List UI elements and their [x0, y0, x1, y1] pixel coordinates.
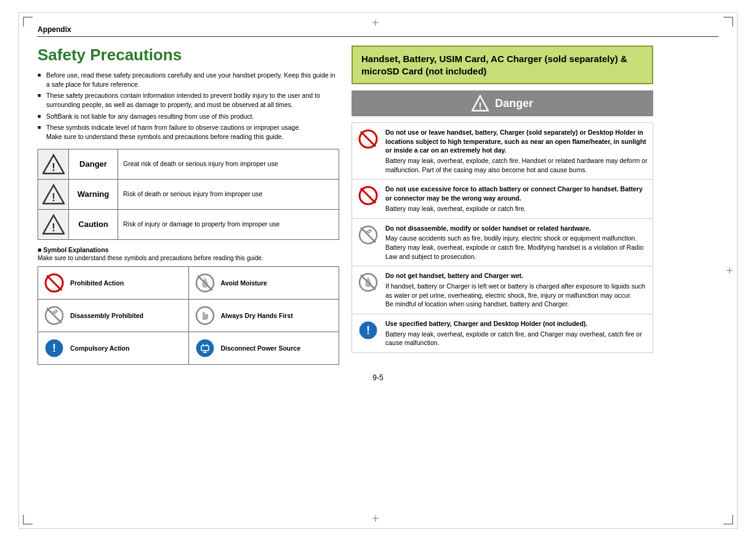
danger-item-1-text: Do not use or leave handset, battery, Ch…	[385, 128, 648, 174]
moisture-icon	[194, 272, 216, 294]
bottom-center-mark	[372, 512, 384, 525]
right-header-box: Handset, Battery, USIM Card, AC Charger …	[352, 46, 653, 84]
symbol-row-2: Disassembly Prohibited Always Dry Hands …	[38, 300, 339, 332]
symbol-header: ■ Symbol Explanations	[38, 246, 339, 253]
svg-text:!: !	[52, 161, 55, 173]
danger-item-2-icon	[357, 185, 379, 207]
dryhands-label: Always Dry Hands First	[221, 312, 293, 319]
danger-item-2: Do not use excessive force to attach bat…	[352, 180, 653, 218]
caution-label: Caution	[69, 210, 118, 239]
svg-text:!: !	[366, 324, 370, 336]
left-column: Safety Precautions Before use, read thes…	[38, 46, 339, 365]
bullet-item: Before use, read these safety precaution…	[38, 71, 339, 89]
svg-line-24	[361, 132, 376, 146]
danger-item-5: ! Use specified battery, Charger and Des…	[352, 314, 653, 352]
symbol-row-3: ! Compulsory Action	[38, 332, 339, 364]
danger-icon-cell: !	[38, 149, 69, 179]
danger-item-4-text: Do not get handset, battery and Charger …	[385, 271, 648, 309]
svg-point-15	[196, 340, 214, 357]
warning-triangle-icon: !	[42, 183, 65, 205]
symbol-prohibited: Prohibited Action	[38, 267, 189, 299]
right-column: Handset, Battery, USIM Card, AC Charger …	[352, 46, 653, 365]
svg-text:!: !	[478, 100, 481, 111]
danger-desc: Great risk of death or serious injury fr…	[118, 149, 339, 179]
corner-mark-bl	[23, 515, 33, 525]
corner-mark-tl	[23, 17, 33, 26]
disassembly-label: Disassembly Prohibited	[70, 312, 143, 319]
svg-text:!: !	[52, 191, 55, 204]
level-table: ! Danger Great risk of death or serious …	[38, 149, 339, 240]
warning-desc: Risk of death or serious injury from imp…	[118, 180, 339, 209]
warning-icon-cell: !	[38, 180, 69, 209]
symbol-disconnect: Disconnect Power Source	[189, 332, 339, 364]
warning-label: Warning	[69, 180, 118, 209]
corner-mark-tr	[723, 17, 733, 26]
page-border: Appendix Safety Precautions Before use, …	[18, 12, 738, 529]
safety-title: Safety Precautions	[38, 46, 339, 65]
symbol-note: Make sure to understand these symbols an…	[38, 255, 339, 261]
svg-text:!: !	[52, 342, 56, 354]
level-row-danger: ! Danger Great risk of death or serious …	[38, 149, 339, 180]
danger-item-5-text: Use specified battery, Charger and Deskt…	[385, 319, 648, 348]
disassembly-icon	[43, 304, 65, 327]
danger-triangle-icon: !	[42, 153, 65, 175]
bullet-list: Before use, read these safety precaution…	[38, 71, 339, 141]
right-center-mark	[726, 264, 733, 278]
compulsory-icon: !	[43, 337, 65, 359]
caution-icon-cell: !	[38, 210, 69, 239]
symbol-row-1: Prohibited Action Avoid Moisture	[38, 267, 339, 300]
appendix-title: Appendix	[38, 25, 71, 34]
danger-item-1: Do not use or leave handset, battery, Ch…	[352, 123, 653, 180]
danger-item-5-icon: !	[357, 319, 379, 341]
level-row-warning: ! Warning Risk of death or serious injur…	[38, 180, 339, 210]
level-row-caution: ! Caution Risk of injury or damage to pr…	[38, 210, 339, 239]
danger-item-4-icon	[357, 271, 379, 293]
disconnect-label: Disconnect Power Source	[221, 344, 301, 352]
danger-item-3-icon	[357, 224, 379, 246]
symbol-moisture: Avoid Moisture	[189, 267, 339, 299]
symbol-disassembly: Disassembly Prohibited	[38, 300, 189, 332]
bullet-item: These symbols indicate level of harm fro…	[38, 123, 339, 141]
top-center-mark	[372, 17, 384, 29]
danger-label: Danger	[69, 149, 118, 179]
corner-mark-br	[723, 515, 733, 525]
danger-item-3: Do not disassemble, modify or solder han…	[352, 219, 653, 267]
prohibited-icon	[43, 272, 65, 294]
disconnect-icon	[194, 337, 216, 359]
danger-bar-icon: !	[472, 95, 489, 112]
bullet-item: SoftBank is not liable for any damages r…	[38, 112, 339, 121]
dryhands-icon	[194, 304, 216, 327]
svg-line-7	[47, 276, 62, 290]
page-number: 9-5	[38, 373, 718, 382]
symbol-compulsory: ! Compulsory Action	[38, 332, 189, 364]
danger-item-2-text: Do not use excessive force to attach bat…	[385, 185, 648, 213]
caution-desc: Risk of injury or damage to property fro…	[118, 210, 339, 239]
danger-bar: ! Danger	[352, 90, 653, 116]
prohibited-label: Prohibited Action	[70, 279, 124, 287]
bullet-item: These safety precautions contain informa…	[38, 91, 339, 109]
danger-item-4: Do not get handset, battery and Charger …	[352, 266, 653, 314]
danger-bar-label: Danger	[495, 97, 533, 110]
right-header-title: Handset, Battery, USIM Card, AC Charger …	[361, 53, 643, 77]
moisture-label: Avoid Moisture	[221, 279, 267, 287]
danger-item-1-icon	[357, 128, 379, 150]
symbol-grid: Prohibited Action Avoid Moisture	[38, 266, 339, 365]
svg-text:!: !	[52, 221, 55, 234]
caution-triangle-icon: !	[42, 213, 65, 236]
danger-items: Do not use or leave handset, battery, Ch…	[352, 122, 653, 353]
symbol-dryhands: Always Dry Hands First	[189, 300, 339, 332]
danger-item-3-text: Do not disassemble, modify or solder han…	[385, 224, 648, 261]
svg-line-26	[361, 188, 376, 203]
compulsory-label: Compulsory Action	[70, 344, 129, 352]
main-layout: Safety Precautions Before use, read thes…	[38, 46, 718, 365]
